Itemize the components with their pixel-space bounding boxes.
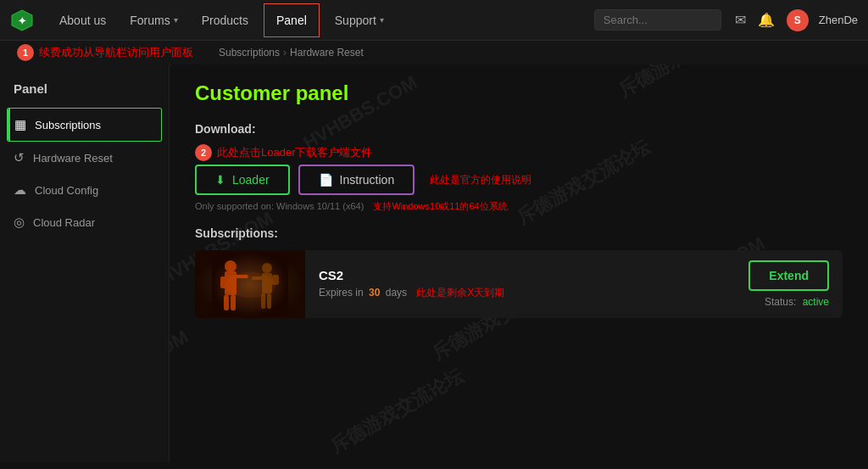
main-layout: Panel ▦ Subscriptions ↺ Hardware Reset ☁… — [0, 64, 868, 462]
subscriptions-section: Subscriptions: — [195, 226, 843, 318]
breadcrumb-sep: › — [283, 47, 287, 59]
nav-item-support[interactable]: Support ▾ — [323, 0, 396, 41]
user-name: ZhenDe — [819, 14, 858, 26]
instruction-label: Instruction — [340, 173, 395, 187]
subscription-actions: Extend Status: active — [735, 250, 843, 318]
svg-point-9 — [262, 263, 272, 273]
sidebar-item-subscriptions[interactable]: ▦ Subscriptions — [7, 108, 162, 142]
instruction-doc-icon: 📄 — [319, 173, 333, 187]
subscription-expires: Expires in 30 days 此处是剩余X天到期 — [319, 286, 721, 300]
breadcrumb-bar: 1 续费成功从导航栏访问用户面板 Subscriptions › Hardwar… — [0, 41, 868, 64]
search-input[interactable] — [594, 9, 721, 31]
cs2-game-image — [195, 250, 305, 318]
sidebar-item-hardware-reset[interactable]: ↺ Hardware Reset — [0, 142, 169, 174]
instruction-button[interactable]: 📄 Instruction — [298, 165, 415, 195]
extend-button[interactable]: Extend — [748, 260, 829, 291]
nav-item-forums[interactable]: Forums ▾ — [118, 0, 189, 41]
sidebar-item-cloud-radar[interactable]: ◎ Cloud Radar — [0, 206, 169, 238]
breadcrumb-subscriptions[interactable]: Subscriptions — [219, 47, 280, 59]
svg-rect-7 — [224, 295, 229, 310]
nav-items: About us Forums ▾ Products Panel Support… — [47, 0, 594, 41]
nav-search-area: ✉ 🔔 S ZhenDe — [594, 9, 858, 31]
loader-label: Loader — [232, 173, 270, 187]
annotation2-badge: 2 — [195, 144, 212, 161]
download-section: Download: 2 此处点击Loader下载客户端文件 ⬇ Loader 📄… — [195, 122, 843, 213]
navbar: ✦ About us Forums ▾ Products Panel Suppo… — [0, 0, 868, 41]
svg-point-15 — [225, 272, 275, 298]
annotation1-text: 续费成功从导航栏访问用户面板 — [39, 45, 193, 60]
forums-arrow-icon: ▾ — [174, 15, 178, 25]
annotation2-text: 此处点击Loader下载客户端文件 — [217, 145, 372, 160]
subscriptions-icon: ▦ — [14, 117, 26, 132]
cloud-config-icon: ☁ — [14, 182, 26, 198]
sidebar-subscriptions-label: Subscriptions — [35, 119, 101, 131]
download-label: Download: — [195, 122, 843, 136]
subscription-info: CS2 Expires in 30 days 此处是剩余X天到期 — [305, 258, 735, 310]
download-buttons: ⬇ Loader 📄 Instruction 此处是官方的使用说明 — [195, 165, 843, 195]
page-title: Customer panel — [195, 81, 843, 105]
bell-icon[interactable]: 🔔 — [758, 12, 775, 28]
supported-text-row: Only supported on: Windows 10/11 (x64) 支… — [195, 200, 843, 213]
loader-download-icon: ⬇ — [215, 173, 225, 187]
subscription-status: Status: active — [765, 296, 829, 308]
sidebar: Panel ▦ Subscriptions ↺ Hardware Reset ☁… — [0, 64, 170, 462]
annotation1-badge: 1 — [17, 44, 34, 61]
sidebar-cloud-config-label: Cloud Config — [35, 184, 98, 197]
status-active-badge: active — [803, 296, 829, 308]
support-arrow-icon: ▾ — [380, 15, 384, 25]
sidebar-title: Panel — [0, 81, 169, 108]
supported-annotation: 支持Windows10或11的64位系统 — [373, 201, 507, 211]
user-avatar: S — [787, 9, 809, 31]
nav-logo[interactable]: ✦ — [10, 8, 34, 32]
subscription-card: CS2 Expires in 30 days 此处是剩余X天到期 Extend … — [195, 250, 843, 318]
hardware-reset-icon: ↺ — [14, 150, 25, 165]
nav-item-panel[interactable]: Panel — [264, 3, 320, 37]
nav-item-about[interactable]: About us — [47, 0, 118, 41]
loader-button[interactable]: ⬇ Loader — [195, 165, 290, 195]
mail-icon[interactable]: ✉ — [735, 12, 746, 28]
sidebar-cloud-radar-label: Cloud Radar — [33, 216, 95, 229]
page-content: Customer panel Download: 2 此处点击Loader下载客… — [170, 64, 868, 462]
nav-item-products[interactable]: Products — [190, 0, 260, 41]
subscription-name: CS2 — [319, 268, 721, 282]
svg-text:✦: ✦ — [18, 15, 26, 27]
svg-rect-8 — [231, 295, 236, 310]
svg-rect-14 — [267, 293, 271, 309]
subscriptions-label: Subscriptions: — [195, 226, 843, 240]
cloud-radar-icon: ◎ — [14, 215, 25, 230]
sidebar-item-cloud-config[interactable]: ☁ Cloud Config — [0, 174, 169, 206]
sidebar-hardware-label: Hardware Reset — [33, 152, 113, 165]
breadcrumb-hardware-reset[interactable]: Hardware Reset — [290, 47, 364, 59]
annotation2-row: 2 此处点击Loader下载客户端文件 — [195, 144, 843, 161]
svg-point-3 — [225, 260, 236, 272]
expiry-days: 30 — [369, 287, 380, 299]
instruction-annotation-text: 此处是官方的使用说明 — [430, 173, 531, 187]
expires-annotation: 此处是剩余X天到期 — [416, 287, 504, 299]
cs2-artwork — [212, 253, 288, 316]
nav-icon-group: ✉ 🔔 S ZhenDe — [735, 9, 858, 31]
user-profile[interactable]: S ZhenDe — [787, 9, 858, 31]
